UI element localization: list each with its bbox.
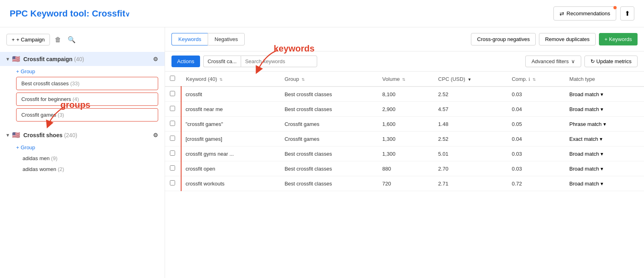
match-type-dropdown[interactable]: Broad match ▾ [570,166,604,172]
row-comp: 0.05 [507,117,564,132]
col-match-type: Match type [565,72,644,86]
gear-icon[interactable]: ⚙ [153,132,158,138]
search-icon: 🔍 [68,36,76,43]
row-match-type: Phrase match ▾ [565,117,644,132]
match-type-dropdown[interactable]: Broad match ▾ [570,181,604,187]
advanced-filters-button[interactable]: Advanced filters ∨ [525,56,581,67]
row-checkbox[interactable] [170,150,175,156]
group-list-crossfit: Best crossfit classes (33) Crossfit for … [0,77,165,121]
row-match-type: Broad match ▾ [565,161,644,176]
row-cpc: 5.01 [433,146,507,161]
match-type-dropdown[interactable]: Broad match ▾ [570,151,604,157]
table-row: crossfit Best crossfit classes 8,100 2.5… [165,86,644,102]
row-checkbox[interactable] [170,121,175,126]
row-comp: 0.03 [507,161,564,176]
group-item-adidas-women[interactable]: adidas women (2) [16,164,165,175]
recommendations-button[interactable]: ⇄ Recommendations [553,6,616,21]
actions-button[interactable]: Actions [171,56,200,67]
row-checkbox-cell [165,102,181,117]
row-group: Crossfit games [280,132,378,146]
tab-group: Keywords Negatives [171,33,245,45]
row-group: Best crossfit classes [280,146,378,161]
row-checkbox[interactable] [170,165,175,171]
row-comp: 0.03 [507,86,564,102]
chevron-down-icon: ▾ [603,121,606,127]
chevron-down-icon: ▾ [601,166,603,172]
campaign-filter-tag[interactable]: Crossfit ca... [203,56,241,67]
info-icon[interactable]: ℹ [528,77,530,82]
add-group-button-crossfit[interactable]: + Group [0,66,165,77]
sort-icon-volume[interactable]: ⇅ [402,77,405,82]
chevron-down-icon: ∨ [571,58,575,64]
row-cpc: 1.48 [433,117,507,132]
row-group: Best crossfit classes [280,161,378,176]
row-comp: 0.04 [507,132,564,146]
export-button[interactable]: ⬆ [620,6,634,21]
chevron-down-icon: ▾ [6,56,9,62]
sort-icon-cpc[interactable]: ▼ [467,77,471,82]
filter-tag-label: Crossfit ca... [208,58,237,64]
gear-icon[interactable]: ⚙ [153,56,158,62]
export-icon: ⬆ [625,10,630,17]
flag-icon: 🇺🇸 [12,131,20,139]
row-checkbox[interactable] [170,136,175,141]
filter-tag-group: Crossfit ca... [203,56,317,67]
row-checkbox-cell [165,146,181,161]
row-cpc: 2.52 [433,132,507,146]
add-campaign-button[interactable]: + + Campaign [6,34,50,45]
add-group-button-shoes[interactable]: + Group [0,142,165,153]
row-match-type: Broad match ▾ [565,146,644,161]
cross-group-negatives-button[interactable]: Cross-group negatives [471,33,536,45]
sort-icon-group[interactable]: ⇅ [301,77,305,82]
update-metrics-button[interactable]: ↻ Update metrics [584,56,638,67]
group-item-adidas-men[interactable]: adidas men (9) [16,153,165,164]
sort-icon-keyword[interactable]: ⇅ [219,77,223,82]
col-keyword: Keyword (40) ⇅ [181,72,280,86]
update-metrics-label: ↻ Update metrics [590,58,632,64]
add-keywords-button[interactable]: + Keywords [599,33,638,45]
tab-negatives[interactable]: Negatives [208,33,245,45]
sort-icon-comp[interactable]: ⇅ [533,77,536,82]
sidebar: + + Campaign 🗑 🔍 ▾ 🇺🇸 Crossfit campaign … [0,27,165,278]
search-button[interactable]: 🔍 [66,34,77,45]
match-type-dropdown[interactable]: Phrase match ▾ [570,121,606,127]
chevron-down-icon: ▾ [601,151,603,157]
match-type-dropdown[interactable]: Broad match ▾ [570,106,604,112]
group-item-crossfit-beginners[interactable]: Crossfit for beginners (4) [16,93,158,106]
delete-button[interactable]: 🗑 [53,35,63,45]
row-checkbox-cell [165,161,181,176]
row-group: Best crossfit classes [280,86,378,102]
tab-keywords[interactable]: Keywords [171,33,208,45]
row-checkbox[interactable] [170,91,175,96]
add-campaign-label: + Campaign [17,37,45,43]
remove-duplicates-label: Remove duplicates [545,36,590,42]
title-dynamic: Crossfit [92,8,125,19]
table-row: crossfit open Best crossfit classes 880 … [165,161,644,176]
select-all-checkbox[interactable] [170,76,175,81]
match-type-dropdown[interactable]: Broad match ▾ [570,91,604,97]
row-keyword: crossfit open [181,161,280,176]
row-cpc: 2.52 [433,86,507,102]
row-checkbox[interactable] [170,106,175,111]
table-row: crossfit near me Best crossfit classes 2… [165,102,644,117]
search-input[interactable] [241,56,317,67]
title-chevron[interactable]: ∨ [125,11,130,18]
table-row: [crossfit games] Crossfit games 1,300 2.… [165,132,644,146]
row-volume: 1,600 [378,117,433,132]
sidebar-toolbar: + + Campaign 🗑 🔍 [0,34,165,52]
row-match-type: Broad match ▾ [565,102,644,117]
match-type-dropdown[interactable]: Exact match ▾ [570,136,603,142]
campaign-name: Crossfit campaign (40) [23,56,150,62]
tab-keywords-label: Keywords [178,36,201,42]
table-row: crossfit workouts Best crossfit classes … [165,176,644,191]
row-cpc: 2.70 [433,161,507,176]
group-item-crossfit-games[interactable]: Crossfit games (3) [16,108,158,121]
campaign-item-shoes[interactable]: ▾ 🇺🇸 Crossfit shoes (240) ⚙ [0,128,165,142]
table-row: "crossfit games" Crossfit games 1,600 1.… [165,117,644,132]
group-item-best-crossfit[interactable]: Best crossfit classes (33) [16,77,158,90]
row-checkbox-cell [165,132,181,146]
row-checkbox[interactable] [170,180,175,185]
campaign-item-crossfit[interactable]: ▾ 🇺🇸 Crossfit campaign (40) ⚙ [0,52,165,66]
row-comp: 0.04 [507,102,564,117]
remove-duplicates-button[interactable]: Remove duplicates [539,33,596,45]
